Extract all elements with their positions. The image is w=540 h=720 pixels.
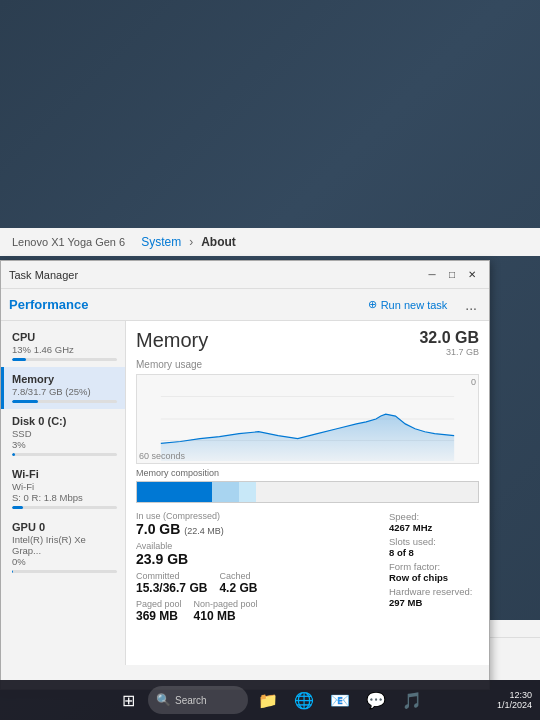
taskbar: ⊞ 🔍 Search 📁 🌐 📧 💬 🎵 12:30 1/1/2024 [0, 680, 540, 720]
window-controls: ─ □ ✕ [423, 266, 481, 284]
form-stat: Form factor: Row of chips [389, 561, 479, 583]
gpu-detail: Intel(R) Iris(R) Xe Grap...0% [12, 534, 117, 567]
teams-icon[interactable]: 💬 [360, 684, 392, 716]
slots-stat: Slots used: 8 of 8 [389, 536, 479, 558]
comp-seg-modified [212, 482, 239, 502]
sidebar-item-disk[interactable]: Disk 0 (C:) SSD3% [1, 409, 125, 462]
clock-time: 12:30 [497, 690, 532, 700]
mem-comp-bar [136, 481, 479, 503]
wifi-label: Wi-Fi [12, 468, 117, 480]
sidebar-item-wifi[interactable]: Wi-Fi Wi-FiS: 0 R: 1.8 Mbps [1, 462, 125, 515]
memory-subtitle-right: 31.7 GB [419, 347, 479, 357]
memory-bar [12, 400, 117, 403]
comp-seg-free [256, 482, 478, 502]
gpu-bar [12, 570, 117, 573]
form-label: Form factor: [389, 561, 440, 572]
run-task-icon: ⊕ [368, 298, 377, 311]
committed-label: Committed [136, 571, 207, 581]
cpu-bar-fill [12, 358, 26, 361]
gpu-bar-fill [12, 570, 13, 573]
memory-detail: 7.8/31.7 GB (25%) [12, 386, 117, 397]
comp-seg-standby [239, 482, 256, 502]
memory-usage-label: Memory usage [136, 359, 479, 370]
sidebar-item-memory[interactable]: Memory 7.8/31.7 GB (25%) [1, 367, 125, 409]
committed-cached-row: Committed 15.3/36.7 GB Cached 4.2 GB [136, 571, 381, 595]
available-stat: Available 23.9 GB [136, 541, 381, 567]
hw-reserved-stat: Hardware reserved: 297 MB [389, 586, 479, 608]
cpu-label: CPU [12, 331, 117, 343]
paged-pool-label: Paged pool [136, 599, 182, 609]
mem-comp-label: Memory composition [136, 468, 479, 478]
disk-bar [12, 453, 117, 456]
more-options-button[interactable]: ... [461, 295, 481, 315]
edge-icon[interactable]: 🌐 [288, 684, 320, 716]
search-label: Search [175, 695, 207, 706]
pool-row: Paged pool 369 MB Non-paged pool 410 MB [136, 599, 381, 623]
memory-title-row: Memory 32.0 GB 31.7 GB [136, 329, 479, 357]
breadcrumb-separator: › [189, 235, 193, 249]
available-label: Available [136, 541, 381, 551]
minimize-button[interactable]: ─ [423, 266, 441, 284]
header-actions: ⊕ Run new task ... [362, 295, 481, 315]
system-about-bar: Lenovo X1 Yoga Gen 6 System › About [0, 228, 540, 256]
committed-value: 15.3/36.7 GB [136, 581, 207, 595]
taskbar-clock: 12:30 1/1/2024 [497, 690, 532, 710]
non-paged-pool-value: 410 MB [194, 609, 258, 623]
non-paged-pool-label: Non-paged pool [194, 599, 258, 609]
hw-reserved-label: Hardware reserved: [389, 586, 472, 597]
memory-bar-fill [12, 400, 38, 403]
gpu-label: GPU 0 [12, 521, 117, 533]
committed-stat: Committed 15.3/36.7 GB [136, 571, 207, 595]
task-manager-window: Task Manager ─ □ ✕ Performance ⊕ Run new… [0, 260, 490, 690]
breadcrumb-system[interactable]: System [141, 235, 181, 249]
run-new-task-button[interactable]: ⊕ Run new task [362, 296, 454, 313]
in-use-stat: In use (Compressed) 7.0 GB (22.4 MB) [136, 511, 381, 537]
cached-stat: Cached 4.2 GB [219, 571, 257, 595]
slots-value: 8 of 8 [389, 547, 414, 558]
paged-pool-value: 369 MB [136, 609, 182, 623]
tm-header: Performance ⊕ Run new task ... [1, 289, 489, 321]
speed-value: 4267 MHz [389, 522, 432, 533]
start-button[interactable]: ⊞ [112, 684, 144, 716]
cpu-detail: 13% 1.46 GHz [12, 344, 117, 355]
memory-label: Memory [12, 373, 117, 385]
tm-sidebar: CPU 13% 1.46 GHz Memory 7.8/31.7 GB (25%… [1, 321, 126, 665]
taskbar-search[interactable]: 🔍 Search [148, 686, 248, 714]
wifi-bar-fill [12, 506, 23, 509]
tm-main-panel: Memory 32.0 GB 31.7 GB Memory usage [126, 321, 489, 665]
stats-right: Speed: 4267 MHz Slots used: 8 of 8 Form … [389, 511, 479, 623]
stats-left: In use (Compressed) 7.0 GB (22.4 MB) Ava… [136, 511, 381, 623]
memory-graph-svg [137, 375, 478, 463]
paged-pool-stat: Paged pool 369 MB [136, 599, 182, 623]
disk-detail: SSD3% [12, 428, 117, 450]
in-use-label: In use (Compressed) [136, 511, 381, 521]
non-paged-pool-stat: Non-paged pool 410 MB [194, 599, 258, 623]
titlebar: Task Manager ─ □ ✕ [1, 261, 489, 289]
sidebar-item-gpu[interactable]: GPU 0 Intel(R) Iris(R) Xe Grap...0% [1, 515, 125, 579]
close-button[interactable]: ✕ [463, 266, 481, 284]
memory-graph: 60 seconds 0 [136, 374, 479, 464]
breadcrumb-about: About [201, 235, 236, 249]
clock-date: 1/1/2024 [497, 700, 532, 710]
form-value: Row of chips [389, 572, 448, 583]
hw-reserved-value: 297 MB [389, 597, 422, 608]
media-icon[interactable]: 🎵 [396, 684, 428, 716]
sidebar-item-cpu[interactable]: CPU 13% 1.46 GHz [1, 325, 125, 367]
in-use-value: 7.0 GB (22.4 MB) [136, 521, 381, 537]
speed-stat: Speed: 4267 MHz [389, 511, 479, 533]
maximize-button[interactable]: □ [443, 266, 461, 284]
cpu-bar [12, 358, 117, 361]
memory-heading: Memory [136, 329, 208, 352]
search-icon: 🔍 [156, 693, 171, 707]
graph-zero-label: 0 [471, 377, 476, 387]
cached-label: Cached [219, 571, 257, 581]
breadcrumb: Lenovo X1 Yoga Gen 6 System › About [12, 235, 236, 249]
file-explorer-icon[interactable]: 📁 [252, 684, 284, 716]
performance-title: Performance [9, 297, 88, 312]
wifi-detail: Wi-FiS: 0 R: 1.8 Mbps [12, 481, 117, 503]
mail-icon[interactable]: 📧 [324, 684, 356, 716]
comp-seg-in-use [137, 482, 212, 502]
memory-total: 32.0 GB [419, 329, 479, 347]
breadcrumb-device: Lenovo X1 Yoga Gen 6 [12, 236, 125, 248]
speed-label: Speed: [389, 511, 419, 522]
